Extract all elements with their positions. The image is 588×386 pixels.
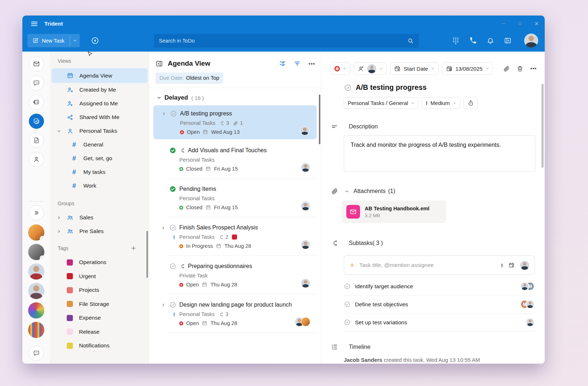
task-card[interactable]: Pending Items Personal Tasks Closed Fri … (153, 181, 317, 215)
tag-file-storage[interactable]: File Storage (51, 297, 149, 311)
subtask-input[interactable] (359, 262, 497, 268)
phone-button[interactable] (469, 37, 477, 44)
description-box[interactable]: Track and monitor the progress of A/B te… (344, 135, 535, 171)
sidebar-channel-work[interactable]: # Work (51, 179, 149, 193)
add-subtask-icon[interactable] (349, 262, 355, 268)
task-checkbox[interactable] (169, 301, 176, 308)
tag-projects[interactable]: Projects (51, 283, 149, 297)
list-more-button[interactable]: ••• (308, 61, 315, 67)
minimize-button[interactable] (495, 16, 512, 32)
new-task-button[interactable]: New Task (27, 34, 70, 47)
contact-avatar[interactable] (28, 302, 44, 319)
task-card[interactable]: Preparing questionnaires Private Task Op… (153, 258, 317, 292)
contact-avatar[interactable] (28, 283, 44, 299)
subtask-checkbox[interactable] (344, 301, 351, 308)
subtask-row[interactable]: Set up test variations (344, 313, 535, 332)
rail-todo-button[interactable] (29, 114, 44, 129)
chevron-right-icon[interactable] (57, 216, 61, 220)
project-breadcrumb-dropdown[interactable]: Personal Tasks / General (344, 97, 418, 109)
task-card[interactable]: Design new landing page for product laun… (153, 297, 317, 330)
notifications-button[interactable] (487, 37, 494, 44)
sidebar-item-created-by-me[interactable]: Created by Me (51, 83, 149, 97)
view-options-icon[interactable] (279, 60, 286, 67)
subtask-checkbox[interactable] (344, 283, 351, 290)
tag-expense[interactable]: Expense (51, 311, 149, 325)
contact-avatar[interactable] (28, 322, 44, 338)
tag-notifications[interactable]: Notifications (51, 339, 149, 353)
sidebar-item-agenda-view[interactable]: Agenda View (52, 68, 148, 83)
quick-actions-button[interactable] (91, 36, 99, 45)
add-tag-button[interactable] (131, 245, 136, 251)
task-card-selected[interactable]: A/B testing progress Personal Tasks 3 1 … (153, 105, 317, 139)
task-checkbox-done[interactable] (169, 147, 176, 154)
attach-file-button[interactable] (503, 65, 510, 72)
search-icon[interactable] (407, 38, 414, 44)
dialpad-button[interactable] (452, 37, 460, 44)
user-avatar[interactable] (524, 34, 538, 48)
collapse-panel-icon[interactable] (155, 60, 163, 67)
task-checkbox[interactable] (344, 84, 352, 92)
subtask-row[interactable]: Identify target audience M (344, 277, 535, 295)
expand-chevron-icon[interactable] (161, 303, 165, 307)
rail-contacts-button[interactable] (29, 152, 44, 167)
list-scrollbar[interactable] (319, 95, 320, 144)
sidebar-item-shared-with-me[interactable]: Shared With Me (51, 110, 149, 124)
search-input[interactable] (154, 34, 419, 48)
sort-chip[interactable]: Due Date: Oldest on Top (155, 73, 223, 83)
sidebar-group-pre-sales[interactable]: Pre Sales (51, 224, 149, 238)
subtask-row[interactable]: Define test objectives M (344, 295, 535, 313)
chevron-right-icon[interactable] (57, 229, 61, 233)
new-task-dropdown[interactable] (70, 34, 80, 47)
status-dropdown[interactable] (330, 62, 350, 75)
sidebar-scrollbar[interactable] (146, 231, 148, 278)
sidebar-item-assigned-to-me[interactable]: Assigned to Me (51, 97, 149, 110)
attachment-card[interactable]: AB Testing Handbook.eml 3.2 MB (342, 201, 446, 223)
sidebar-channel-my-tasks[interactable]: # My tasks (51, 165, 149, 179)
reminder-button[interactable] (464, 97, 478, 109)
close-button[interactable] (528, 16, 545, 32)
rail-mail-button[interactable] (29, 56, 44, 71)
rail-expand-button[interactable] (29, 205, 44, 220)
priority-dropdown[interactable]: ! Medium (422, 97, 460, 109)
detail-scrollbar[interactable] (541, 84, 544, 168)
chevron-down-icon[interactable] (345, 189, 349, 193)
delete-task-button[interactable] (517, 65, 523, 72)
due-date-dropdown[interactable]: 13/08/2025 (442, 62, 493, 75)
rail-notes-button[interactable] (29, 133, 44, 148)
start-date-dropdown[interactable]: Start Date (390, 62, 439, 75)
feedback-button[interactable] (29, 346, 44, 361)
sidebar-group-sales[interactable]: Sales (51, 211, 149, 224)
tag-operations[interactable]: Operations (51, 255, 149, 269)
contact-avatar[interactable] (28, 244, 44, 260)
rail-chat-button[interactable] (29, 75, 44, 91)
side-panel-toggle[interactable] (504, 37, 512, 44)
contact-avatar[interactable] (28, 224, 44, 241)
sidebar-channel-get-set-go[interactable]: # Get, set, go (51, 152, 149, 165)
tag-urgent[interactable]: Urgent (51, 269, 149, 284)
task-card[interactable]: Finish Sales Prospect Analysis ! Persona… (153, 219, 317, 253)
contact-avatar[interactable] (28, 263, 44, 280)
expand-chevron-icon[interactable] (162, 112, 166, 116)
chevron-down-icon[interactable] (57, 129, 61, 133)
attachments-header[interactable]: Attachments (1) (331, 188, 395, 195)
tag-release[interactable]: Release (51, 325, 149, 339)
maximize-button[interactable] (512, 16, 528, 32)
task-checkbox[interactable] (169, 224, 176, 231)
subtask-date-button[interactable] (508, 262, 515, 268)
rail-workdrive-button[interactable] (29, 95, 44, 110)
subtask-assignee-avatar[interactable] (520, 261, 529, 270)
task-checkbox[interactable] (170, 110, 177, 117)
expand-chevron-icon[interactable] (161, 226, 165, 230)
task-card[interactable]: Add Visuals and Final Touches Personal T… (153, 142, 317, 176)
hamburger-menu-icon[interactable] (30, 20, 38, 28)
task-checkbox-done[interactable] (169, 185, 176, 193)
task-checkbox[interactable] (169, 263, 176, 270)
detail-more-button[interactable]: ••• (530, 66, 537, 71)
subtask-checkbox[interactable] (344, 319, 351, 326)
filter-icon[interactable] (294, 60, 301, 67)
sidebar-item-personal-tasks[interactable]: Personal Tasks (51, 124, 149, 138)
subtask-priority-button[interactable]: ! (501, 262, 503, 268)
section-delayed[interactable]: Delayed ( 16 ) (149, 88, 321, 105)
sidebar-channel-general[interactable]: # General (51, 138, 149, 152)
assignee-dropdown[interactable] (354, 62, 387, 75)
